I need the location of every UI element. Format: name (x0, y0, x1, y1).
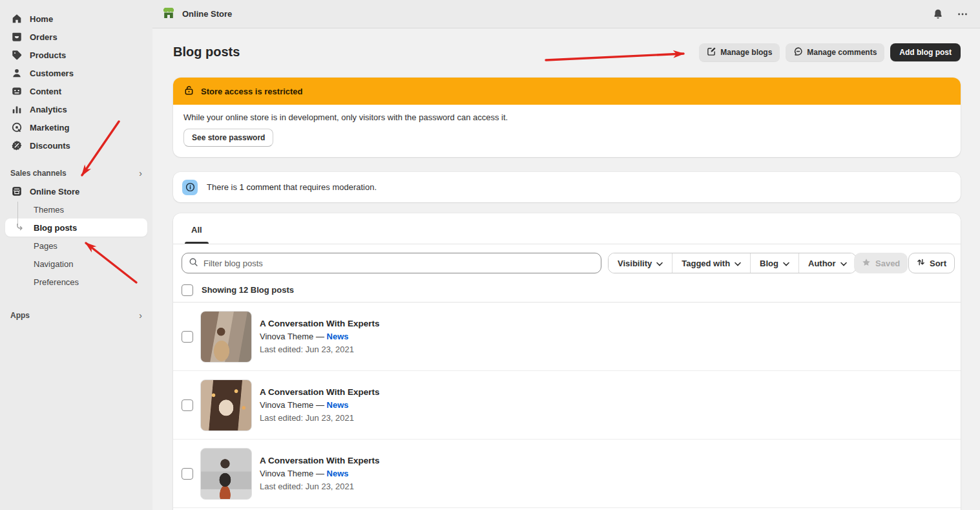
see-store-password-button[interactable]: See store password (183, 129, 273, 147)
post-blog-link[interactable]: News (327, 400, 349, 410)
filter-button-group: Visibility Tagged with Blog Author (608, 253, 857, 273)
sidebar: Home Orders Products Customers Content A… (0, 0, 152, 510)
tagged-with-filter-button[interactable]: Tagged with (672, 253, 750, 273)
manage-comments-button[interactable]: Manage comments (786, 43, 884, 61)
author-filter-button[interactable]: Author (798, 253, 856, 273)
blog-post-row[interactable]: A Conversation With Experts Vinova Theme… (173, 371, 961, 440)
visibility-filter-label: Visibility (618, 259, 652, 268)
sidebar-item-navigation[interactable]: Navigation (5, 255, 147, 273)
post-meta-prefix: Vinova Theme — (260, 332, 324, 341)
online-store-logo-icon (162, 6, 176, 22)
dancer-string-lights-photo (200, 379, 252, 431)
customers-icon (10, 67, 23, 80)
sidebar-sub-label: Blog posts (34, 223, 77, 233)
sidebar-sub-label: Themes (34, 205, 64, 215)
sidebar-sub-label: Pages (34, 241, 57, 251)
post-title: A Conversation With Experts (260, 386, 379, 399)
list-summary-row: Showing 12 Blog posts (173, 278, 961, 303)
sidebar-item-pages[interactable]: Pages (5, 237, 147, 255)
street-portrait-photo (200, 311, 252, 363)
manage-blogs-label: Manage blogs (720, 48, 772, 57)
apps-header[interactable]: Apps › (5, 306, 147, 324)
post-blog-link[interactable]: News (327, 332, 349, 341)
blog-post-row[interactable]: A Conversation With Experts Vinova Theme… (173, 303, 961, 371)
search-icon (189, 257, 198, 269)
post-meta-prefix: Vinova Theme — (260, 400, 324, 410)
chevron-down-icon (735, 259, 741, 268)
blog-filter-label: Blog (760, 259, 778, 268)
sidebar-item-label: Products (30, 50, 66, 60)
apps-label: Apps (10, 311, 30, 320)
sidebar-item-discounts[interactable]: Discounts (5, 136, 147, 154)
row-checkbox[interactable] (182, 468, 193, 480)
post-title: A Conversation With Experts (260, 317, 379, 330)
sort-label: Sort (930, 259, 946, 268)
filter-search-box (182, 253, 601, 273)
list-summary-label: Showing 12 Blog posts (202, 285, 294, 295)
sidebar-item-blog-posts[interactable]: Blog posts (5, 218, 147, 237)
sidebar-item-products[interactable]: Products (5, 46, 147, 64)
blog-posts-card: All Visibility Tagged with Blog (173, 213, 961, 510)
select-all-checkbox[interactable] (182, 284, 193, 296)
blog-filter-button[interactable]: Blog (750, 253, 798, 273)
post-blog-link[interactable]: News (327, 469, 349, 478)
products-tag-icon (10, 48, 23, 61)
sidebar-item-label: Online Store (30, 187, 79, 197)
storefront-icon (10, 185, 23, 198)
row-checkbox[interactable] (182, 399, 193, 411)
page-title: Blog posts (173, 45, 240, 59)
sales-channels-label: Sales channels (10, 169, 67, 178)
manage-blogs-button[interactable]: Manage blogs (699, 43, 780, 61)
analytics-icon (10, 103, 23, 116)
sidebar-item-preferences[interactable]: Preferences (5, 273, 147, 291)
filter-blog-posts-input[interactable] (203, 259, 594, 268)
chevron-down-icon (783, 259, 789, 268)
sidebar-item-marketing[interactable]: Marketing (5, 118, 147, 136)
sort-button[interactable]: Sort (908, 253, 955, 273)
store-access-banner-text: While your online store is in developmen… (183, 112, 950, 122)
ellipsis-icon[interactable] (957, 8, 968, 20)
sidebar-item-online-store[interactable]: Online Store (5, 182, 147, 200)
info-icon (182, 180, 198, 195)
post-last-edited: Last edited: Jun 23, 2021 (260, 412, 379, 425)
filter-row: Visibility Tagged with Blog Author (173, 253, 961, 273)
manage-comments-label: Manage comments (807, 48, 877, 57)
sort-arrows-icon (917, 258, 925, 268)
topbar-title: Online Store (182, 9, 232, 19)
orders-icon (10, 30, 23, 43)
store-access-banner-title: Store access is restricted (201, 87, 303, 96)
sidebar-item-orders[interactable]: Orders (5, 28, 147, 46)
sidebar-item-analytics[interactable]: Analytics (5, 100, 147, 118)
saved-label: Saved (875, 259, 900, 268)
tab-all[interactable]: All (178, 225, 215, 244)
blog-post-row[interactable]: A Conversation With Experts Vinova Theme… (173, 440, 961, 508)
visibility-filter-button[interactable]: Visibility (609, 253, 672, 273)
sidebar-item-label: Discounts (30, 141, 70, 151)
row-checkbox[interactable] (182, 331, 193, 343)
post-last-edited: Last edited: Jun 23, 2021 (260, 343, 379, 356)
home-icon (10, 12, 23, 25)
add-blog-post-button[interactable]: Add blog post (890, 43, 961, 61)
post-meta: Vinova Theme — News (260, 467, 379, 480)
author-filter-label: Author (808, 259, 836, 268)
sidebar-item-label: Analytics (30, 105, 67, 114)
chevron-right-icon: › (139, 310, 142, 321)
sidebar-item-label: Content (30, 87, 61, 96)
tagged-with-filter-label: Tagged with (682, 259, 730, 268)
sales-channels-header[interactable]: Sales channels › (5, 164, 147, 182)
bell-icon[interactable] (932, 8, 944, 20)
add-blog-post-label: Add blog post (899, 48, 952, 57)
sidebar-item-customers[interactable]: Customers (5, 64, 147, 82)
comment-moderation-link[interactable]: 1 comment (240, 182, 281, 192)
sidebar-sub-label: Navigation (34, 259, 73, 269)
store-access-banner: Store access is restricted While your on… (173, 78, 961, 157)
sidebar-item-home[interactable]: Home (5, 10, 147, 28)
sidebar-item-label: Orders (30, 32, 57, 42)
chevron-down-icon (840, 259, 847, 268)
sidebar-item-themes[interactable]: Themes (5, 200, 147, 218)
post-title: A Conversation With Experts (260, 454, 379, 467)
moderation-banner: There is 1 comment that requires moderat… (173, 172, 961, 202)
moderation-text-suffix: that requires moderation. (284, 182, 377, 192)
moderation-banner-text: There is 1 comment that requires moderat… (207, 182, 377, 192)
sidebar-item-content[interactable]: Content (5, 82, 147, 100)
